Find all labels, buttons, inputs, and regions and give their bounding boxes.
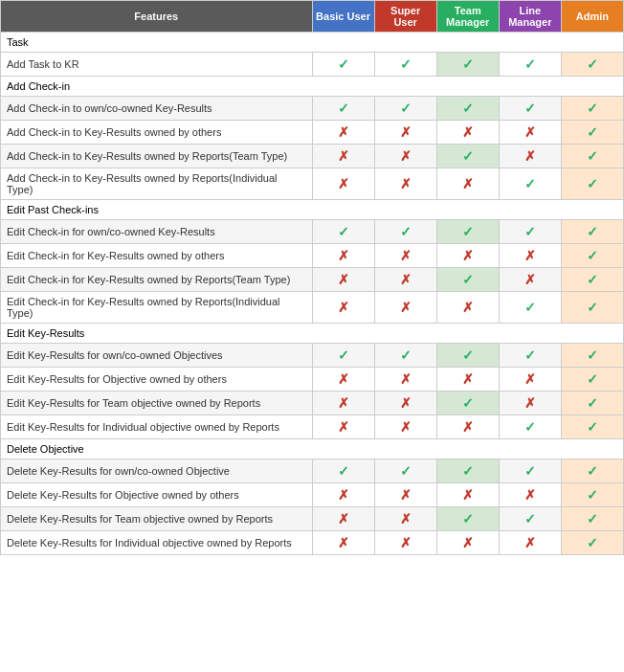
header-features: Features (1, 1, 313, 33)
section-header: Add Check-in (1, 77, 624, 97)
check-cell-basic: ✗ (312, 368, 374, 392)
section-header: Edit Past Check-ins (1, 200, 624, 220)
table-row: Add Task to KR✓✓✓✓✓ (1, 53, 624, 77)
check-cell-line: ✓ (499, 292, 561, 324)
check-cell-super: ✗ (374, 121, 436, 145)
check-cell-line: ✓ (499, 459, 561, 483)
check-cell-line: ✗ (499, 268, 561, 292)
check-cell-team: ✓ (436, 145, 499, 168)
check-cell-team: ✗ (436, 244, 499, 268)
table-row: Edit Key-Results for own/co-owned Object… (1, 344, 624, 368)
check-cell-super: ✗ (374, 168, 436, 200)
table-row: Delete Key-Results for own/co-owned Obje… (1, 459, 624, 483)
check-cell-team: ✓ (436, 220, 499, 244)
check-cell-admin: ✓ (561, 97, 623, 121)
check-cell-team: ✓ (436, 53, 499, 77)
check-cell-admin: ✓ (561, 531, 623, 555)
check-cell-super: ✓ (374, 220, 436, 244)
section-header: Task (1, 33, 624, 53)
section-title: Edit Key-Results (1, 324, 624, 344)
table-row: Edit Key-Results for Individual objectiv… (1, 415, 624, 439)
check-cell-basic: ✓ (312, 220, 374, 244)
check-cell-team: ✗ (436, 368, 499, 392)
check-cell-team: ✓ (436, 344, 499, 368)
check-cell-basic: ✗ (312, 507, 374, 531)
check-cell-basic: ✗ (312, 292, 374, 324)
table-row: Edit Check-in for Key-Results owned by o… (1, 244, 624, 268)
check-cell-super: ✓ (374, 97, 436, 121)
check-cell-team: ✓ (436, 459, 499, 483)
check-cell-team: ✓ (436, 392, 499, 415)
header-basic: Basic User (312, 1, 374, 33)
check-cell-super: ✗ (374, 268, 436, 292)
section-title: Edit Past Check-ins (1, 200, 624, 220)
feature-label: Add Check-in to Key-Results owned by oth… (1, 121, 313, 145)
check-cell-super: ✗ (374, 507, 436, 531)
check-cell-admin: ✓ (561, 344, 623, 368)
table-row: Edit Check-in for Key-Results owned by R… (1, 268, 624, 292)
check-cell-admin: ✓ (561, 415, 623, 439)
section-title: Delete Objective (1, 439, 624, 459)
check-cell-admin: ✓ (561, 244, 623, 268)
check-cell-basic: ✓ (312, 97, 374, 121)
check-cell-admin: ✓ (561, 392, 623, 415)
check-cell-line: ✗ (499, 392, 561, 415)
section-title: Add Check-in (1, 77, 624, 97)
check-cell-basic: ✗ (312, 483, 374, 507)
feature-label: Delete Key-Results for Objective owned b… (1, 483, 313, 507)
check-cell-line: ✗ (499, 483, 561, 507)
check-cell-line: ✓ (499, 344, 561, 368)
header-super: Super User (374, 1, 436, 33)
feature-label: Add Check-in to Key-Results owned by Rep… (1, 168, 313, 200)
feature-label: Add Check-in to Key-Results owned by Rep… (1, 145, 313, 168)
check-cell-super: ✗ (374, 244, 436, 268)
feature-label: Add Check-in to own/co-owned Key-Results (1, 97, 313, 121)
check-cell-team: ✗ (436, 415, 499, 439)
table-row: Edit Check-in for Key-Results owned by R… (1, 292, 624, 324)
check-cell-super: ✗ (374, 368, 436, 392)
table-row: Add Check-in to Key-Results owned by oth… (1, 121, 624, 145)
check-cell-basic: ✗ (312, 531, 374, 555)
check-cell-super: ✗ (374, 292, 436, 324)
check-cell-admin: ✓ (561, 483, 623, 507)
table-row: Add Check-in to Key-Results owned by Rep… (1, 168, 624, 200)
check-cell-basic: ✓ (312, 344, 374, 368)
feature-label: Edit Check-in for own/co-owned Key-Resul… (1, 220, 313, 244)
feature-label: Delete Key-Results for own/co-owned Obje… (1, 459, 313, 483)
check-cell-team: ✗ (436, 483, 499, 507)
check-cell-super: ✗ (374, 392, 436, 415)
check-cell-admin: ✓ (561, 368, 623, 392)
feature-label: Edit Check-in for Key-Results owned by o… (1, 244, 313, 268)
check-cell-line: ✗ (499, 244, 561, 268)
table-row: Edit Key-Results for Objective owned by … (1, 368, 624, 392)
check-cell-basic: ✗ (312, 121, 374, 145)
check-cell-admin: ✓ (561, 507, 623, 531)
table-row: Delete Key-Results for Objective owned b… (1, 483, 624, 507)
check-cell-line: ✗ (499, 121, 561, 145)
check-cell-super: ✗ (374, 145, 436, 168)
feature-label: Edit Key-Results for own/co-owned Object… (1, 344, 313, 368)
check-cell-basic: ✗ (312, 145, 374, 168)
check-cell-line: ✗ (499, 531, 561, 555)
table-row: Delete Key-Results for Individual object… (1, 531, 624, 555)
check-cell-basic: ✗ (312, 268, 374, 292)
section-header: Delete Objective (1, 439, 624, 459)
feature-label: Delete Key-Results for Individual object… (1, 531, 313, 555)
check-cell-basic: ✗ (312, 168, 374, 200)
feature-label: Add Task to KR (1, 53, 313, 77)
feature-label: Edit Check-in for Key-Results owned by R… (1, 292, 313, 324)
check-cell-super: ✓ (374, 53, 436, 77)
check-cell-team: ✗ (436, 121, 499, 145)
check-cell-basic: ✓ (312, 53, 374, 77)
check-cell-admin: ✓ (561, 220, 623, 244)
table-row: Edit Check-in for own/co-owned Key-Resul… (1, 220, 624, 244)
check-cell-super: ✗ (374, 483, 436, 507)
check-cell-line: ✗ (499, 145, 561, 168)
check-cell-admin: ✓ (561, 121, 623, 145)
feature-label: Edit Key-Results for Team objective owne… (1, 392, 313, 415)
table-row: Add Check-in to Key-Results owned by Rep… (1, 145, 624, 168)
check-cell-team: ✓ (436, 268, 499, 292)
check-cell-team: ✓ (436, 507, 499, 531)
check-cell-super: ✓ (374, 459, 436, 483)
section-header: Edit Key-Results (1, 324, 624, 344)
